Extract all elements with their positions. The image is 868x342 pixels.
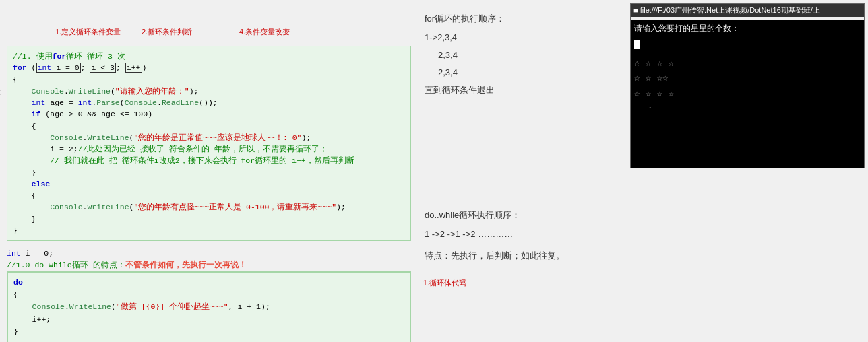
for-execution-section: for循环的执行顺序： 1->2,3,4 2,3,4 2,3,4 直到循环条件退… [425, 10, 620, 99]
terminal-dot: · [634, 104, 861, 113]
loop-body-label: 3.循环体 [0, 87, 1, 98]
stars-row-3: ☆ ☆ ☆ ☆ [634, 86, 861, 101]
stars-row-2: ☆ ☆ ☆☆ [634, 71, 861, 86]
ann-var-change: 4.条件变量改变 [239, 27, 290, 37]
stars-row-1: ☆ ☆ ☆ ☆ [634, 56, 861, 71]
do-while-exec-line1: 1 ->2 ->1 ->2 ………… [425, 226, 620, 243]
terminal-titlebar: ■ file:///F:/03广州传智.Net上课视频/DotNet16期基础班… [631, 4, 864, 17]
do-while-codebox: do { Console.WriteLine("做第 [{0}] 个仰卧起坐~~… [7, 271, 411, 343]
do-while-pretext: int i = 0; //1.0 do while循环 的特点：不管条件如何，先… [7, 248, 411, 271]
do-while-exec-line2: 特点：先执行，后判断；如此往复。 [425, 247, 620, 265]
for-body: { Console.WriteLine("请输入您的年龄："); int age… [13, 74, 405, 237]
middle-panel: for循环的执行顺序： 1->2,3,4 2,3,4 2,3,4 直到循环条件退… [418, 0, 627, 342]
terminal-cursor [634, 40, 640, 49]
for-loop-codebox: //1. 使用for循环 循环 3 次 for (int i = 0; i < … [7, 46, 411, 241]
terminal-prompt: 请输入您要打的星星的个数： [634, 23, 861, 34]
do-loop-body-ann: 1.循环体代码 [423, 278, 466, 288]
ann-condition-check: 2.循环条件判断 [142, 27, 192, 37]
do-while-section: int i = 0; //1.0 do while循环 的特点：不管条件如何，先… [7, 248, 411, 342]
ann-define-var: 1.定义循环条件变量 [55, 27, 121, 37]
terminal-body: 请输入您要打的星星的个数： ☆ ☆ ☆ ☆ ☆ ☆ ☆☆ ☆ ☆ ☆ ☆ · [631, 20, 864, 168]
do-while-exec-section: do..while循环执行顺序： 1 ->2 ->1 ->2 ………… 特点：先… [425, 207, 620, 265]
for-header-line: for (int i = 0; i < 3; i++) [13, 62, 405, 73]
for-exec-line1: 1->2,3,4 [425, 29, 620, 46]
for-exec-title: for循环的执行顺序： [425, 10, 620, 28]
for-exec-line2: 2,3,4 [425, 46, 620, 64]
for-comment: //1. 使用for循环 循环 3 次 [13, 50, 405, 62]
right-panel: ■ file:///F:/03广州传智.Net上课视频/DotNet16期基础班… [627, 0, 868, 342]
do-while-exec-title: do..while循环执行顺序： [425, 207, 620, 224]
for-exec-line3: 2,3,4 [425, 64, 620, 81]
for-exec-line4: 直到循环条件退出 [425, 81, 620, 99]
for-loop-section: 1.定义循环条件变量 2.循环条件判断 4.条件变量改变 //1. 使用for循… [7, 27, 411, 241]
left-panel: 1.定义循环条件变量 2.循环条件判断 4.条件变量改变 //1. 使用for循… [0, 0, 418, 342]
terminal-window: ■ file:///F:/03广州传智.Net上课视频/DotNet16期基础班… [630, 3, 865, 168]
